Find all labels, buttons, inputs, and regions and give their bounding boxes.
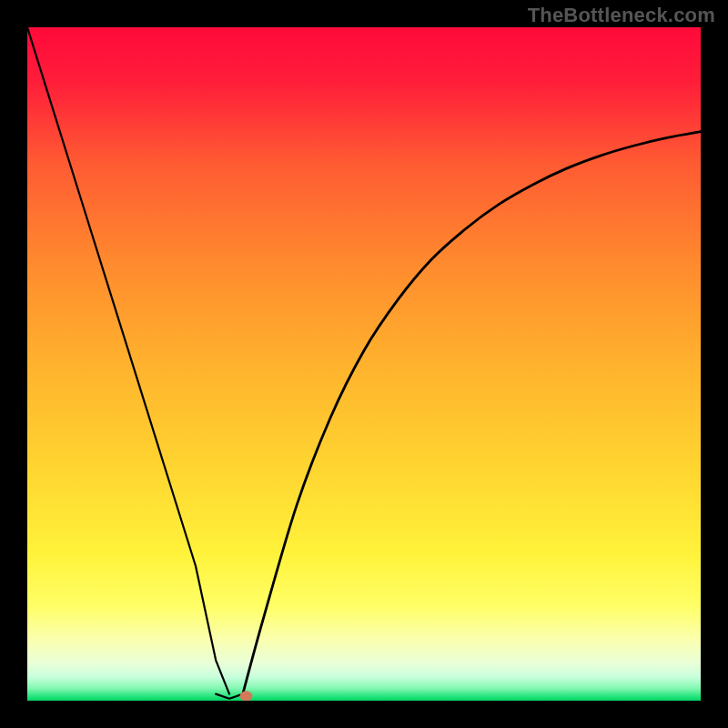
plot-area	[27, 27, 701, 701]
optimal-point-marker	[240, 691, 253, 701]
watermark-text: TheBottleneck.com	[528, 4, 715, 27]
gradient-background	[27, 27, 701, 701]
chart-frame: TheBottleneck.com	[0, 0, 728, 728]
bottleneck-curve-chart	[27, 27, 701, 701]
